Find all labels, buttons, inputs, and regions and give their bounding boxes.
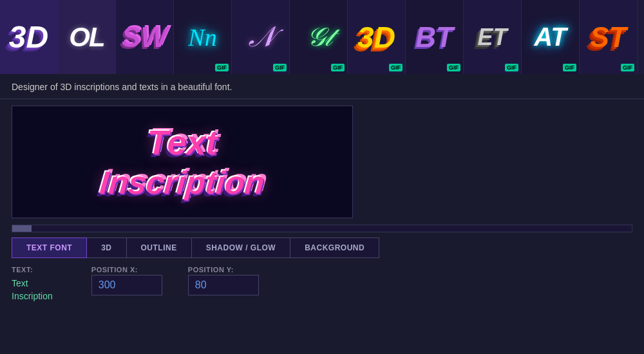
text-label: TEXT: <box>12 266 53 274</box>
position-x-value[interactable]: 300 <box>91 275 162 295</box>
gif-badge-10: GIF <box>563 64 576 71</box>
scrollbar-thumb[interactable] <box>12 225 32 232</box>
position-x-label: POSITION X: <box>91 266 162 274</box>
gallery-art-8: BT <box>415 21 453 53</box>
canvas-text-container: Text Inscription <box>100 122 265 202</box>
gallery-item-6[interactable]: 𝒢𝓉 GIF <box>290 0 348 74</box>
gallery-art-6: 𝒢𝓉 <box>305 22 332 52</box>
gallery-item-4[interactable]: Nn GIF <box>174 0 232 74</box>
gallery-art-2: OL <box>69 22 104 53</box>
gif-badge-9: GIF <box>505 64 518 71</box>
position-y-group: POSITION Y: 80 <box>188 266 259 295</box>
gif-badge-4: GIF <box>215 64 229 71</box>
canvas-line1: Text <box>147 123 217 162</box>
gallery-art-3: SW <box>122 21 167 53</box>
tab-text-font[interactable]: TEXT FONT <box>12 238 87 258</box>
scrollbar[interactable] <box>12 225 632 232</box>
gallery-item-9[interactable]: ET GIF <box>464 0 522 74</box>
gallery-art-11: ST <box>590 21 626 53</box>
text-value-line1: Text <box>12 277 53 290</box>
position-y-label: POSITION Y: <box>188 266 259 274</box>
gif-badge-7: GIF <box>389 64 402 71</box>
gallery-item-10[interactable]: AT GIF <box>522 0 580 74</box>
positions-row: POSITION X: 300 POSITION Y: 80 <box>91 266 259 295</box>
gallery-art-1: 3D <box>9 19 48 55</box>
gallery-art-5: 𝒩 <box>249 21 272 53</box>
gif-badge-6: GIF <box>331 64 345 71</box>
canvas-line2: Inscription <box>99 163 267 202</box>
gallery-item-2[interactable]: OL <box>58 0 116 74</box>
gallery-item-11[interactable]: ST GIF <box>580 0 638 74</box>
gallery-item-3[interactable]: SW <box>116 0 174 74</box>
tab-shadow-glow[interactable]: SHADOW / GLOW <box>192 238 291 258</box>
canvas-preview: Text Inscription <box>12 106 353 218</box>
text-value-line2: Inscription <box>12 290 53 303</box>
position-x-group: POSITION X: 300 <box>91 266 162 295</box>
gallery-strip: 3D OL SW Nn GIF 𝒩 GIF 𝒢𝓉 GIF 3D GIF BT G… <box>0 0 644 74</box>
tab-outline[interactable]: OUTLINE <box>127 238 192 258</box>
tab-background[interactable]: BACKGROUND <box>290 238 379 258</box>
gif-badge-11: GIF <box>621 64 634 71</box>
gif-badge-5: GIF <box>273 64 287 71</box>
tab-3d[interactable]: 3D <box>87 238 126 258</box>
gif-badge-8: GIF <box>447 64 460 71</box>
tabs-container: TEXT FONT 3D OUTLINE SHADOW / GLOW BACKG… <box>12 238 632 258</box>
gallery-item-5[interactable]: 𝒩 GIF <box>232 0 290 74</box>
main-area: Text Inscription <box>0 99 644 225</box>
gallery-item-1[interactable]: 3D <box>0 0 58 74</box>
text-control-group: TEXT: Text Inscription <box>12 266 53 303</box>
gallery-art-7: 3D <box>357 20 395 55</box>
gallery-art-4: Nn <box>188 23 216 51</box>
gallery-item-7[interactable]: 3D GIF <box>348 0 406 74</box>
text-value: Text Inscription <box>12 277 53 303</box>
gallery-item-8[interactable]: BT GIF <box>406 0 464 74</box>
position-y-value[interactable]: 80 <box>188 275 259 295</box>
gallery-art-10: AT <box>534 23 566 51</box>
description: Designer of 3D inscriptions and texts in… <box>0 74 644 99</box>
bottom-controls: TEXT: Text Inscription POSITION X: 300 P… <box>0 258 644 303</box>
gallery-art-9: ET <box>477 24 507 51</box>
description-text: Designer of 3D inscriptions and texts in… <box>12 82 232 92</box>
